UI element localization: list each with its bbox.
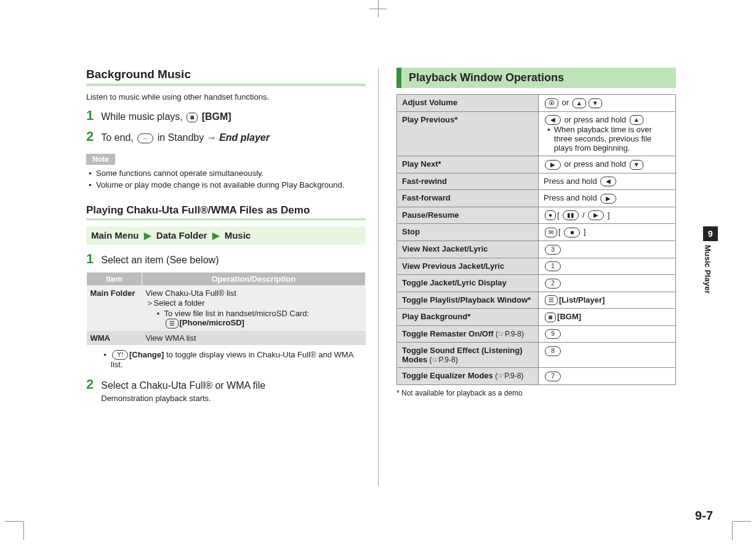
key-icon: 1	[545, 261, 561, 271]
chapter-number: 9	[703, 226, 718, 241]
chaku-step-2: 2 Select a Chaku-Uta Full® or WMA file D…	[86, 376, 366, 403]
row-label: Main Folder	[87, 286, 142, 331]
side-tab: 9 Music Player	[703, 226, 718, 294]
key-icon: ▶	[588, 210, 604, 220]
step-main: Select a Chaku-Uta Full® or WMA file	[101, 380, 265, 391]
menu-arrow-icon: ▶	[212, 230, 220, 241]
heading-text: Playback Window Operations	[401, 68, 571, 88]
crop-mark-br	[708, 497, 751, 540]
key-icon: ☰	[545, 295, 558, 305]
row-content: View WMA list	[142, 331, 366, 345]
ops-row: Toggle Equalizer Modes (☞P.9-8)7	[397, 368, 676, 385]
key-icon: ▼	[630, 160, 643, 170]
ops-label: Toggle Playlist/Playback Window*	[397, 292, 539, 309]
ops-label: Play Previous*	[397, 111, 539, 156]
page-ref: (☞P.9-8)	[427, 356, 457, 364]
page-number: 9-7	[695, 509, 713, 523]
ops-label: View Next Jacket/Lyric	[397, 241, 539, 258]
note-item: Some functions cannot operate simultaneo…	[87, 167, 364, 179]
step-text: in Standby →	[158, 132, 220, 143]
row-line: View Chaku-Uta Full® list	[146, 288, 362, 298]
ops-action: 7	[539, 368, 676, 385]
heading-chaku-uta: Playing Chaku-Uta Full®/WMA Files as Dem…	[86, 204, 366, 220]
ops-label: Toggle Remaster On/Off (☞P.9-8)	[397, 325, 539, 343]
th-item: Item	[87, 272, 142, 286]
ops-label: Fast-rewind	[397, 173, 539, 190]
demo-footnote: * Not available for playback as a demo	[396, 389, 676, 397]
step-text: To end,	[101, 132, 136, 143]
bg-step-1: 1 While music plays, ◙ [BGM]	[86, 108, 366, 124]
ops-row: Adjust Volume⦿ or ▲▼	[397, 95, 676, 112]
key-icon: ✉	[545, 228, 557, 237]
menu-path: Main Menu ▶ Data Folder ▶ Music	[86, 226, 366, 245]
ops-action: ◀ or press and hold ▲When playback time …	[539, 111, 676, 156]
crop-mark-bl	[5, 497, 48, 540]
row-label: WMA	[87, 331, 142, 345]
ops-row: Play Background*◙[BGM]	[397, 309, 676, 326]
accent-bar	[396, 68, 401, 88]
ops-label: Pause/Resume	[397, 207, 539, 224]
item-table: Item Operation/Description Main Folder V…	[86, 272, 366, 345]
ops-action: ⦿ or ▲▼	[539, 95, 676, 112]
ops-row: Toggle Jacket/Lyric Display2	[397, 275, 676, 292]
menu-item: Data Folder	[156, 230, 207, 241]
step-text: While music plays,	[101, 111, 185, 122]
table-header-row: Item Operation/Description	[87, 272, 366, 286]
step-bold: [BGM]	[202, 111, 231, 122]
ops-label: Play Next*	[397, 156, 539, 173]
row-content: View Chaku-Uta Full® list ＞Select a fold…	[142, 286, 366, 331]
ops-label: Toggle Sound Effect (Listening) Modes (☞…	[397, 343, 539, 368]
ops-label: Stop	[397, 224, 539, 241]
step-number: 1	[86, 108, 94, 124]
yk-key-icon: Y!	[112, 350, 128, 360]
ops-row: Stop✉[ ■ ]	[397, 224, 676, 241]
ops-row: Toggle Playlist/Playback Window*☰[List/P…	[397, 292, 676, 309]
ops-row: Fast-rewindPress and hold ◀	[397, 173, 676, 190]
page-ref: (☞P.9-8)	[494, 330, 524, 338]
key-icon: ●	[545, 210, 556, 220]
ops-row: Pause/Resume●[ ▮▮ / ▶ ]	[397, 207, 676, 224]
table-row: WMA View WMA list	[87, 331, 366, 345]
key-icon: 3	[545, 245, 561, 255]
ops-action: 2	[539, 275, 676, 292]
key-icon: ▼	[589, 98, 602, 108]
arrow-icon: ＞	[146, 298, 154, 308]
key-icon: ◀	[545, 115, 561, 125]
ops-action: 1	[539, 258, 676, 275]
step-sub: Demonstration playback starts.	[101, 394, 265, 403]
th-operation: Operation/Description	[142, 272, 366, 286]
step-number: 2	[86, 376, 94, 392]
page-spread: Background Music Listen to music while u…	[0, 0, 756, 445]
ops-action: ☰[List/Player]	[539, 292, 676, 309]
note-item: Volume or play mode change is not availa…	[87, 179, 364, 191]
operations-table: Adjust Volume⦿ or ▲▼Play Previous*◀ or p…	[396, 94, 676, 385]
camera-key-icon: ◙	[187, 113, 198, 122]
ops-row: View Previous Jacket/Lyric1	[397, 258, 676, 275]
step-number: 2	[86, 129, 94, 145]
key-icon: ▲	[573, 98, 586, 108]
note-label: Note	[86, 154, 115, 165]
ops-label: Adjust Volume	[397, 95, 539, 112]
note-list: Some functions cannot operate simultaneo…	[86, 165, 366, 193]
row-line: ＞Select a folder	[146, 298, 362, 309]
playback-ops-heading: Playback Window Operations	[396, 68, 676, 88]
key-icon: 9	[545, 329, 561, 339]
key-icon: 2	[545, 279, 561, 288]
key-icon: ▮▮	[563, 210, 579, 220]
key-icon: ▲	[630, 115, 643, 125]
step-body: To end, ⏤ in Standby → End player	[101, 132, 270, 143]
ops-row: Play Previous*◀ or press and hold ▲When …	[397, 111, 676, 156]
key-icon: ⦿	[545, 98, 558, 108]
step-italic: End player	[219, 132, 270, 143]
ops-action: 3	[539, 241, 676, 258]
ops-action: 8	[539, 343, 676, 368]
key-icon: ◙	[545, 312, 556, 322]
page-ref: (☞P.9-8)	[493, 372, 523, 380]
key-icon: ▶	[545, 160, 561, 170]
step-number: 1	[86, 251, 94, 267]
right-column: Playback Window Operations Adjust Volume…	[381, 68, 676, 408]
ops-label: Fast-forward	[397, 190, 539, 207]
table-row: Main Folder View Chaku-Uta Full® list ＞S…	[87, 286, 366, 331]
menu-arrow-icon: ▶	[144, 230, 151, 241]
ops-action: Press and hold ▶	[539, 190, 676, 207]
